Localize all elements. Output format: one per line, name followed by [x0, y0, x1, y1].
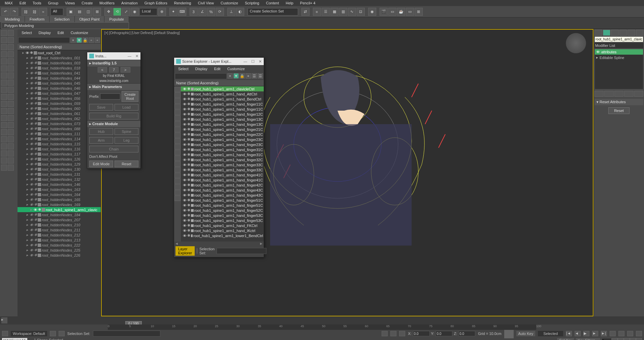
autokey-button[interactable]: Auto Key — [516, 331, 536, 336]
le-filter-icon-18[interactable] — [174, 190, 181, 195]
spinner-snap-icon[interactable]: ⟳ — [216, 8, 224, 16]
polygon-modeling-panel[interactable]: Polygon Modeling — [1, 22, 129, 29]
lock-sel-icon[interactable] — [382, 331, 388, 336]
scene-menu-display[interactable]: Display — [35, 30, 54, 36]
filter-icon-10[interactable] — [1, 65, 7, 72]
ref-coord-dropdown[interactable]: Local — [139, 8, 157, 16]
layer-explorer-label[interactable]: Layer Explorer — [175, 246, 195, 256]
filter-icon-3[interactable] — [8, 37, 14, 43]
load-button[interactable]: Load — [115, 104, 138, 111]
make-unique-icon[interactable] — [614, 91, 623, 97]
filter-icon-29[interactable] — [8, 129, 14, 135]
nav-icon3[interactable] — [627, 331, 633, 336]
ribbon-object paint[interactable]: Object Paint — [75, 16, 105, 22]
prev-frame-icon[interactable]: ◄ — [575, 331, 581, 336]
le-item[interactable]: 👁❄ root_hub1_spine1_arm1_hand_finger31C — [181, 152, 264, 157]
le-item[interactable]: 👁❄ root_hub1_spine1_arm1_hand_finger52C — [181, 208, 264, 213]
filter-icon-8[interactable] — [1, 58, 7, 64]
filter-icon-36[interactable] — [1, 158, 7, 164]
nav-icon1[interactable] — [610, 331, 616, 336]
filter-icon-25[interactable] — [8, 115, 14, 121]
nav-icon4[interactable] — [636, 331, 642, 336]
le-item[interactable]: 👁❄ root_hub1_spine1_arm1_hand_finger23C — [181, 137, 264, 142]
select-region-icon[interactable]: ◫ — [84, 8, 92, 16]
layerexp-titlebar[interactable]: Scene Explorer - Layer Expl... —☐✕ — [174, 58, 264, 65]
schematic-icon[interactable]: ⊡ — [357, 8, 365, 16]
tree-item[interactable]: ▸👁❄ root_hiddenNodes_169 — [18, 202, 101, 207]
layerexp-tree[interactable]: 👁❄ root_hub1_spine1_arm1_clavicleCtrl👁❄ … — [181, 86, 264, 242]
menu-graph-editors[interactable]: Graph Editors — [141, 0, 171, 6]
menu-modifiers[interactable]: Modifiers — [96, 0, 118, 6]
align-icon[interactable]: ≡ — [313, 8, 321, 16]
le-filter-icon-19[interactable] — [174, 196, 181, 201]
le-filter-icon-3[interactable] — [174, 104, 181, 109]
credit-url[interactable]: www.instantrig.com — [87, 78, 140, 83]
menu-views[interactable]: Views — [62, 0, 78, 6]
modify-tab-icon[interactable] — [603, 30, 611, 36]
ws-tool2-icon[interactable] — [59, 331, 65, 336]
le-filter-icon-16[interactable] — [174, 178, 181, 184]
nav5-icon[interactable] — [618, 338, 624, 340]
tree-item[interactable]: ▸👁❄ root_hiddenNodes_212 — [18, 232, 101, 237]
tree-item[interactable]: ▸👁❄ root_hiddenNodes_211 — [18, 227, 101, 232]
save-button[interactable]: Save — [89, 104, 113, 111]
material-icon[interactable]: ◉ — [368, 8, 376, 16]
le-item[interactable]: 👁❄ root_hub1_spine1_arm1_hand_finger13C — [181, 122, 264, 127]
filter-icon-1[interactable] — [8, 30, 14, 36]
chain-button[interactable]: Chain — [89, 146, 138, 152]
render-iter-icon[interactable]: ⊞ — [415, 8, 423, 16]
filter-icon[interactable]: ▼ — [233, 73, 239, 79]
le-filter-icon-5[interactable] — [174, 115, 181, 121]
tree-item[interactable]: ▸👁❄ root_hiddenNodes_184 — [18, 212, 101, 217]
le-filter-icon-7[interactable] — [174, 127, 181, 132]
le-menu-customize[interactable]: Customize — [224, 66, 248, 72]
scene-menu-customize[interactable]: Customize — [67, 30, 92, 36]
nav8-icon[interactable] — [636, 338, 642, 340]
le-item[interactable]: 👁❄ root_hub1_spine1_arm1_hand_FKCtrl — [181, 223, 264, 228]
le-filter-icon-14[interactable] — [174, 167, 181, 172]
filter-icon-17[interactable] — [8, 87, 14, 93]
selection-set-field[interactable] — [93, 331, 160, 337]
ribbon-selection[interactable]: Selection — [50, 16, 74, 22]
redo-icon[interactable]: ↷ — [10, 8, 18, 16]
le-filter-icon-9[interactable] — [174, 138, 181, 144]
menu-group[interactable]: Group — [45, 0, 62, 6]
curve-editor-icon[interactable]: ∿ — [348, 8, 356, 16]
minimize-icon[interactable]: — — [244, 59, 247, 64]
link-icon[interactable]: ⛓ — [22, 8, 30, 16]
render-prod-icon[interactable]: ▭ — [406, 8, 414, 16]
explorer-icon[interactable]: ▦ — [330, 8, 339, 16]
filter-icon-37[interactable] — [8, 158, 14, 164]
utilities-tab-icon[interactable] — [636, 30, 644, 36]
reset-attributes-rollout[interactable]: ▾ Reset Attributes — [594, 99, 643, 105]
configure-icon[interactable] — [634, 91, 643, 97]
close-icon[interactable]: ✕ — [259, 59, 262, 64]
le-item[interactable]: 👁❄ root_hub1_spine1_arm1_hand_finger43C — [181, 188, 264, 193]
filter-icon-16[interactable] — [1, 87, 7, 93]
scene-menu-select[interactable]: Select — [18, 30, 35, 36]
tree-item[interactable]: ▸👁❄ root_hiddenNodes_165 — [18, 197, 101, 202]
menu-tools[interactable]: Tools — [29, 0, 45, 6]
filter-icon-19[interactable] — [8, 94, 14, 100]
keyfilters-button[interactable]: Key Filters... — [576, 338, 600, 340]
spine-button[interactable]: Spine — [115, 128, 138, 135]
iso-sel-icon[interactable] — [390, 331, 396, 336]
coord-y-input[interactable] — [436, 331, 452, 336]
le-item[interactable]: 👁❄ root_hub1_spine1_arm1_hand_finger13C — [181, 117, 264, 122]
tree-item[interactable]: ▸👁❄ root_hiddenNodes_207 — [18, 217, 101, 222]
tool2-icon[interactable]: ▫ — [95, 37, 100, 43]
object-name-field[interactable] — [594, 36, 643, 42]
le-item[interactable]: 👁❄ root_hub1_spine1_arm1_hand_finger22C — [181, 132, 264, 137]
sel-lock-icon[interactable] — [399, 331, 405, 336]
ir-reset-button[interactable]: Reset — [115, 161, 138, 167]
le-filter-icon-0[interactable] — [174, 87, 181, 92]
menu-max[interactable]: MAX — [1, 0, 16, 6]
close-icon[interactable]: ✕ — [135, 54, 138, 58]
pivot-icon[interactable]: ⊕ — [158, 8, 166, 16]
selection-set-input[interactable] — [217, 248, 266, 254]
filter-icon-26[interactable] — [1, 122, 7, 128]
filter-icon-31[interactable] — [8, 136, 14, 142]
filter-icon-38[interactable] — [1, 165, 7, 171]
filter-icon-11[interactable] — [8, 65, 14, 72]
le-menu-edit[interactable]: Edit — [211, 66, 224, 72]
